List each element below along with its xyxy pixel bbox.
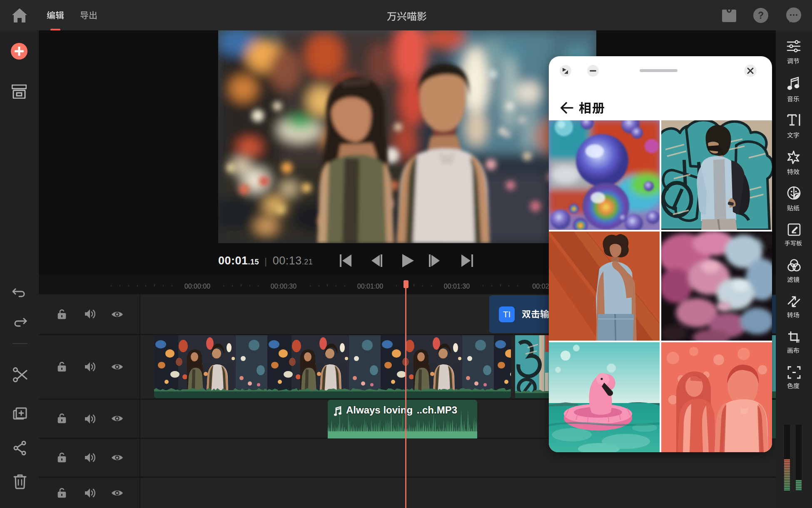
svg-text:00:01:00: 00:01:00 (357, 283, 383, 290)
svg-text:00:00:30: 00:00:30 (271, 283, 296, 290)
svg-text:00:00:00: 00:00:00 (184, 283, 210, 290)
svg-text:Always loving ..ch.MP3: Always loving ..ch.MP3 (346, 404, 457, 416)
svg-text:00:01:30: 00:01:30 (444, 283, 470, 290)
svg-text:?: ? (758, 10, 764, 21)
